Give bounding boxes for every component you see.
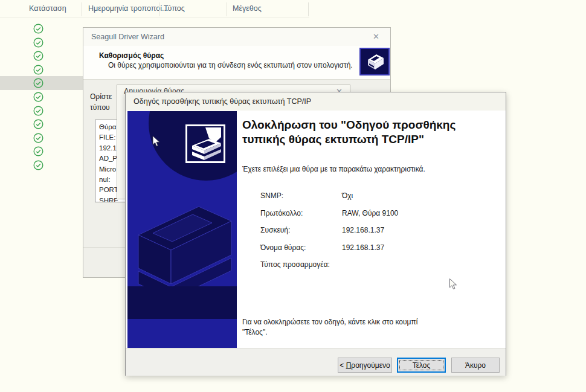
property-label: SNMP:: [260, 191, 342, 200]
property-label: Όνομα θύρας:: [260, 243, 342, 252]
property-value: 192.168.1.37: [342, 226, 384, 234]
explorer-column-header: ΚατάστασηΗμερομηνία τροποποί...ΤύποςΜέγε…: [0, 0, 586, 18]
status-row[interactable]: [0, 104, 83, 118]
check-circle-icon: [33, 160, 43, 170]
status-row[interactable]: [0, 49, 83, 63]
status-row[interactable]: [0, 144, 83, 158]
check-circle-icon: [33, 65, 43, 75]
printer-icon: [359, 48, 390, 76]
property-row: Πρωτόκολλο: RAW, Θύρα 9100: [260, 209, 496, 217]
seagull-header-band: Καθορισμός θύρας Οι θύρες χρησιμοποιούντ…: [83, 46, 390, 80]
wizard-titlebar: Οδηγός προσθήκης τυπικής θύρας εκτυπωτή …: [126, 92, 506, 111]
check-circle-icon: [33, 106, 43, 116]
banner-bottom-band: [127, 319, 237, 348]
column-header[interactable]: Μέγεθος: [233, 4, 262, 13]
check-circle-icon: [33, 37, 43, 48]
mouse-cursor-solid: [152, 135, 160, 147]
banner-bottom-shade: [127, 286, 237, 319]
tcpip-port-wizard-dialog: Οδηγός προσθήκης τυπικής θύρας εκτυπωτή …: [125, 92, 506, 376]
check-circle-icon: [33, 24, 43, 34]
wizard-subheading: Έχετε επιλέξει μια θύρα με τα παρακάτω χ…: [242, 165, 425, 173]
property-value: 192.168.1.37: [342, 243, 384, 252]
finish-button[interactable]: Τέλος: [397, 358, 446, 373]
check-circle-icon: [33, 146, 43, 156]
check-circle-icon: [33, 51, 43, 61]
property-row: Συσκευή: 192.168.1.37: [260, 226, 496, 234]
seagull-body-text: Ορίστε τύπου: [90, 91, 112, 113]
back-button[interactable]: < Προηγούμενο: [338, 358, 392, 373]
check-circle-icon: [33, 92, 43, 102]
status-row[interactable]: [0, 131, 83, 145]
wizard-printer-badge-icon: [185, 124, 225, 163]
property-label: Συσκευή:: [260, 226, 342, 234]
property-label: Τύπος προσαρμογέα:: [260, 260, 342, 269]
column-separator[interactable]: [159, 2, 159, 16]
wizard-finish-note: Για να ολοκληρώσετε τον οδηγό, κάντε κλι…: [242, 317, 445, 338]
wizard-button-bar: < Προηγούμενο Τέλος Άκυρο: [126, 348, 506, 376]
column-separator[interactable]: [227, 2, 227, 16]
close-icon[interactable]: ✕: [373, 33, 379, 40]
property-row: SNMP: Όχι: [260, 191, 496, 200]
status-row[interactable]: [0, 63, 83, 77]
property-label: Πρωτόκολλο:: [260, 209, 342, 217]
check-circle-icon: [33, 119, 43, 129]
desktop: ΚατάστασηΗμερομηνία τροποποί...ΤύποςΜέγε…: [0, 0, 586, 392]
status-row[interactable]: [0, 76, 83, 90]
wizard-completion-heading: Ολοκλήρωση του "Οδηγού προσθήκης τυπικής…: [242, 118, 472, 152]
cancel-button[interactable]: Άκυρο: [451, 358, 500, 373]
status-row[interactable]: [0, 158, 83, 172]
status-column: [0, 0, 83, 392]
seagull-step-heading: Καθορισμός θύρας: [99, 51, 164, 60]
column-header[interactable]: Τύπος: [164, 4, 185, 13]
seagull-title: Seagull Driver Wizard: [91, 33, 164, 41]
status-row[interactable]: [0, 117, 83, 131]
port-properties-list: SNMP: Όχι Πρωτόκολλο: RAW, Θύρα 9100 Συσ…: [260, 191, 496, 278]
mouse-cursor-outline: [449, 278, 457, 291]
property-value: Όχι: [342, 191, 353, 200]
status-row[interactable]: [0, 36, 83, 50]
check-circle-icon: [33, 78, 43, 88]
column-separator[interactable]: [308, 2, 309, 16]
property-value: RAW, Θύρα 9100: [342, 209, 398, 217]
seagull-step-subtext: Οι θύρες χρησιμοποιούνται για τη σύνδεση…: [108, 61, 353, 69]
wizard-title: Οδηγός προσθήκης τυπικής θύρας εκτυπωτή …: [134, 97, 311, 106]
check-circle-icon: [33, 133, 43, 143]
property-row: Όνομα θύρας: 192.168.1.37: [260, 243, 496, 252]
status-row[interactable]: [0, 22, 83, 36]
property-row: Τύπος προσαρμογέα:: [260, 260, 496, 269]
column-header[interactable]: Ημερομηνία τροποποί...: [88, 4, 168, 13]
seagull-titlebar: Seagull Driver Wizard ✕: [83, 28, 390, 46]
status-row[interactable]: [0, 90, 83, 104]
wizard-side-banner: [127, 111, 237, 348]
